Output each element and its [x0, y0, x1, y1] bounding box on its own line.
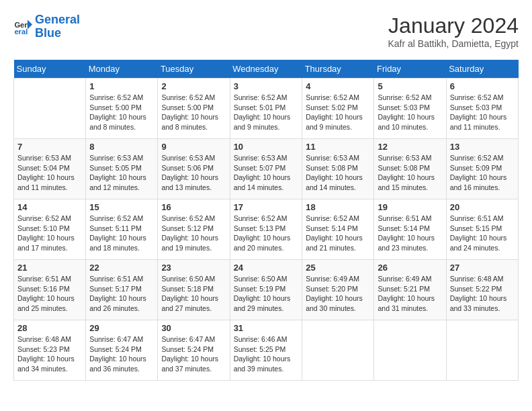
day-number: 5 — [378, 81, 442, 91]
day-info: Sunrise: 6:52 AMSunset: 5:11 PMDaylight:… — [89, 214, 154, 253]
logo-text: GeneralBlue — [35, 13, 80, 40]
day-number: 11 — [306, 142, 370, 152]
column-header-sunday: Sunday — [14, 60, 86, 79]
day-number: 29 — [89, 323, 154, 333]
day-info: Sunrise: 6:51 AMSunset: 5:14 PMDaylight:… — [378, 214, 442, 253]
calendar-cell: 30Sunrise: 6:47 AMSunset: 5:24 PMDayligh… — [158, 320, 230, 381]
day-info: Sunrise: 6:53 AMSunset: 5:05 PMDaylight:… — [89, 153, 154, 193]
day-number: 28 — [17, 323, 82, 333]
day-number: 24 — [234, 263, 299, 273]
day-number: 12 — [378, 142, 442, 152]
day-number: 10 — [234, 142, 299, 152]
calendar-cell: 18Sunrise: 6:52 AMSunset: 5:14 PMDayligh… — [302, 199, 374, 260]
day-number: 22 — [89, 263, 154, 273]
calendar-cell: 23Sunrise: 6:50 AMSunset: 5:18 PMDayligh… — [158, 260, 230, 320]
day-info: Sunrise: 6:47 AMSunset: 5:24 PMDaylight:… — [89, 334, 154, 374]
day-number: 19 — [378, 202, 442, 212]
calendar-cell: 14Sunrise: 6:52 AMSunset: 5:10 PMDayligh… — [14, 199, 86, 260]
calendar-cell — [374, 320, 446, 381]
day-number: 13 — [450, 142, 515, 152]
calendar-cell: 20Sunrise: 6:51 AMSunset: 5:15 PMDayligh… — [446, 199, 518, 260]
calendar-week-row: 28Sunrise: 6:48 AMSunset: 5:23 PMDayligh… — [14, 320, 519, 381]
day-info: Sunrise: 6:52 AMSunset: 5:02 PMDaylight:… — [306, 93, 370, 132]
day-number: 31 — [234, 323, 299, 333]
calendar-cell — [446, 320, 518, 381]
calendar-cell — [14, 79, 86, 139]
calendar-cell: 17Sunrise: 6:52 AMSunset: 5:13 PMDayligh… — [230, 199, 302, 260]
logo-icon: Gen eral — [13, 17, 32, 36]
calendar-cell: 31Sunrise: 6:46 AMSunset: 5:25 PMDayligh… — [230, 320, 302, 381]
calendar-week-row: 7Sunrise: 6:53 AMSunset: 5:04 PMDaylight… — [14, 139, 519, 199]
day-info: Sunrise: 6:48 AMSunset: 5:22 PMDaylight:… — [450, 274, 515, 314]
day-info: Sunrise: 6:52 AMSunset: 5:00 PMDaylight:… — [89, 93, 154, 132]
calendar-cell: 27Sunrise: 6:48 AMSunset: 5:22 PMDayligh… — [446, 260, 518, 320]
day-number: 23 — [161, 263, 226, 273]
calendar-cell: 7Sunrise: 6:53 AMSunset: 5:04 PMDaylight… — [14, 139, 86, 199]
day-number: 2 — [161, 81, 226, 91]
day-info: Sunrise: 6:52 AMSunset: 5:01 PMDaylight:… — [234, 93, 299, 132]
day-info: Sunrise: 6:53 AMSunset: 5:07 PMDaylight:… — [234, 153, 299, 193]
day-info: Sunrise: 6:48 AMSunset: 5:23 PMDaylight:… — [17, 334, 82, 374]
svg-marker-2 — [28, 19, 32, 29]
calendar-cell: 5Sunrise: 6:52 AMSunset: 5:03 PMDaylight… — [374, 79, 446, 139]
calendar-cell: 21Sunrise: 6:51 AMSunset: 5:16 PMDayligh… — [14, 260, 86, 320]
calendar-cell: 15Sunrise: 6:52 AMSunset: 5:11 PMDayligh… — [86, 199, 158, 260]
day-info: Sunrise: 6:50 AMSunset: 5:18 PMDaylight:… — [161, 274, 226, 314]
day-number: 7 — [17, 142, 82, 152]
day-info: Sunrise: 6:52 AMSunset: 5:12 PMDaylight:… — [161, 214, 226, 253]
day-number: 21 — [17, 263, 82, 273]
column-header-monday: Monday — [86, 60, 158, 79]
day-info: Sunrise: 6:53 AMSunset: 5:06 PMDaylight:… — [161, 153, 226, 193]
svg-text:eral: eral — [14, 28, 28, 36]
day-info: Sunrise: 6:52 AMSunset: 5:13 PMDaylight:… — [234, 214, 299, 253]
calendar-cell: 1Sunrise: 6:52 AMSunset: 5:00 PMDaylight… — [86, 79, 158, 139]
day-info: Sunrise: 6:51 AMSunset: 5:16 PMDaylight:… — [17, 274, 82, 314]
day-info: Sunrise: 6:53 AMSunset: 5:08 PMDaylight:… — [306, 153, 370, 193]
title-block: January 2024 Kafr al Battikh, Damietta, … — [388, 13, 519, 49]
day-info: Sunrise: 6:51 AMSunset: 5:17 PMDaylight:… — [89, 274, 154, 314]
calendar-cell: 3Sunrise: 6:52 AMSunset: 5:01 PMDaylight… — [230, 79, 302, 139]
calendar-cell: 22Sunrise: 6:51 AMSunset: 5:17 PMDayligh… — [86, 260, 158, 320]
calendar-cell: 13Sunrise: 6:52 AMSunset: 5:09 PMDayligh… — [446, 139, 518, 199]
day-info: Sunrise: 6:53 AMSunset: 5:08 PMDaylight:… — [378, 153, 442, 193]
day-number: 8 — [89, 142, 154, 152]
calendar-cell: 6Sunrise: 6:52 AMSunset: 5:03 PMDaylight… — [446, 79, 518, 139]
calendar-cell: 12Sunrise: 6:53 AMSunset: 5:08 PMDayligh… — [374, 139, 446, 199]
day-number: 27 — [450, 263, 515, 273]
calendar-cell: 2Sunrise: 6:52 AMSunset: 5:00 PMDaylight… — [158, 79, 230, 139]
column-header-friday: Friday — [374, 60, 446, 79]
calendar-cell: 4Sunrise: 6:52 AMSunset: 5:02 PMDaylight… — [302, 79, 374, 139]
day-number: 17 — [234, 202, 299, 212]
day-info: Sunrise: 6:52 AMSunset: 5:14 PMDaylight:… — [306, 214, 370, 253]
day-info: Sunrise: 6:50 AMSunset: 5:19 PMDaylight:… — [234, 274, 299, 314]
calendar-cell: 16Sunrise: 6:52 AMSunset: 5:12 PMDayligh… — [158, 199, 230, 260]
day-info: Sunrise: 6:51 AMSunset: 5:15 PMDaylight:… — [450, 214, 515, 253]
calendar-week-row: 14Sunrise: 6:52 AMSunset: 5:10 PMDayligh… — [14, 199, 519, 260]
day-number: 15 — [89, 202, 154, 212]
day-number: 16 — [161, 202, 226, 212]
logo: Gen eral GeneralBlue — [13, 13, 80, 40]
day-info: Sunrise: 6:52 AMSunset: 5:10 PMDaylight:… — [17, 214, 82, 253]
day-number: 9 — [161, 142, 226, 152]
day-number: 14 — [17, 202, 82, 212]
day-info: Sunrise: 6:49 AMSunset: 5:21 PMDaylight:… — [378, 274, 442, 314]
calendar-cell: 19Sunrise: 6:51 AMSunset: 5:14 PMDayligh… — [374, 199, 446, 260]
day-number: 25 — [306, 263, 370, 273]
calendar-cell: 26Sunrise: 6:49 AMSunset: 5:21 PMDayligh… — [374, 260, 446, 320]
column-header-thursday: Thursday — [302, 60, 374, 79]
day-info: Sunrise: 6:53 AMSunset: 5:04 PMDaylight:… — [17, 153, 82, 193]
calendar-cell: 8Sunrise: 6:53 AMSunset: 5:05 PMDaylight… — [86, 139, 158, 199]
day-number: 3 — [234, 81, 299, 91]
day-number: 20 — [450, 202, 515, 212]
day-number: 6 — [450, 81, 515, 91]
column-header-saturday: Saturday — [446, 60, 518, 79]
calendar-cell: 29Sunrise: 6:47 AMSunset: 5:24 PMDayligh… — [86, 320, 158, 381]
column-header-tuesday: Tuesday — [158, 60, 230, 79]
day-number: 4 — [306, 81, 370, 91]
day-number: 30 — [161, 323, 226, 333]
day-info: Sunrise: 6:52 AMSunset: 5:03 PMDaylight:… — [378, 93, 442, 132]
day-number: 18 — [306, 202, 370, 212]
day-info: Sunrise: 6:52 AMSunset: 5:09 PMDaylight:… — [450, 153, 515, 193]
column-header-wednesday: Wednesday — [230, 60, 302, 79]
page-header: Gen eral GeneralBlue January 2024 Kafr a… — [13, 13, 519, 49]
